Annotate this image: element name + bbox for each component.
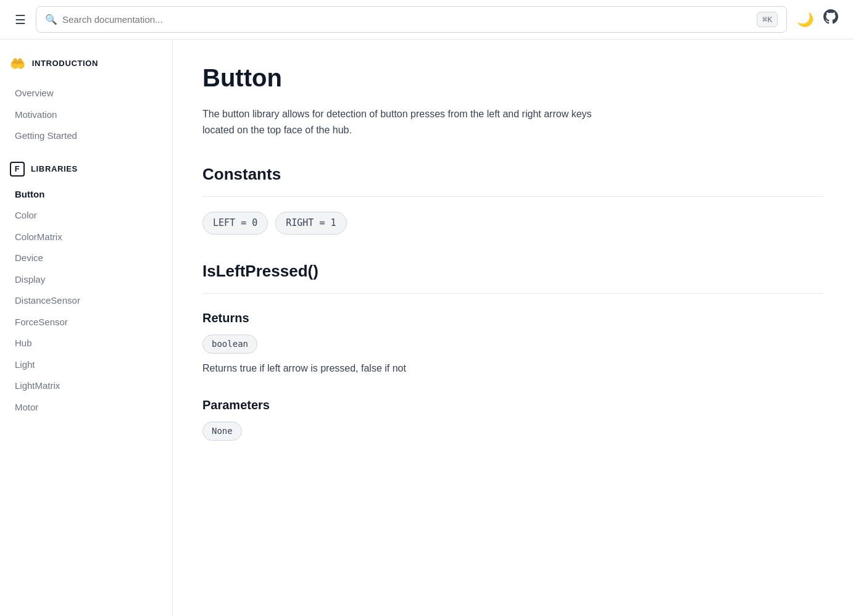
constants-title: Constants bbox=[202, 162, 823, 186]
parameters-title: Parameters bbox=[202, 396, 823, 414]
github-icon[interactable] bbox=[823, 9, 838, 30]
sidebar-item-getting-started[interactable]: Getting Started bbox=[10, 125, 162, 147]
header: ☰ 🔍 ⌘K 🌙 bbox=[0, 0, 853, 40]
sidebar-item-device[interactable]: Device bbox=[10, 248, 162, 269]
sidebar-section-introduction: 🤲 INTRODUCTION Overview Motivation Getti… bbox=[10, 54, 162, 147]
layout: 🤲 INTRODUCTION Overview Motivation Getti… bbox=[0, 40, 853, 616]
header-icons: 🌙 bbox=[797, 9, 838, 30]
sidebar-item-light[interactable]: Light bbox=[10, 354, 162, 376]
search-input[interactable] bbox=[62, 14, 752, 25]
method-is-left-pressed-title: IsLeftPressed() bbox=[202, 259, 823, 283]
sidebar-item-distancesensor[interactable]: DistanceSensor bbox=[10, 290, 162, 312]
introduction-header: 🤲 INTRODUCTION bbox=[10, 54, 162, 73]
sidebar-item-forcesensor[interactable]: ForceSensor bbox=[10, 312, 162, 333]
sidebar-section-libraries: f LIBRARIES Button Color ColorMatrix Dev… bbox=[10, 162, 162, 418]
sidebar-item-color[interactable]: Color bbox=[10, 205, 162, 227]
return-type-badge: boolean bbox=[202, 335, 257, 354]
constant-right: RIGHT = 1 bbox=[275, 212, 346, 235]
theme-toggle-icon[interactable]: 🌙 bbox=[797, 9, 813, 30]
libraries-label: LIBRARIES bbox=[31, 163, 78, 175]
constants-row: LEFT = 0 RIGHT = 1 bbox=[202, 212, 823, 235]
libraries-icon: f bbox=[10, 162, 25, 177]
sidebar-item-lightmatrix[interactable]: LightMatrix bbox=[10, 375, 162, 397]
page-description: The button library allows for detection … bbox=[202, 106, 622, 138]
constants-section: Constants LEFT = 0 RIGHT = 1 bbox=[202, 162, 823, 235]
introduction-icon: 🤲 bbox=[10, 54, 26, 73]
sidebar-item-display[interactable]: Display bbox=[10, 269, 162, 291]
sidebar: 🤲 INTRODUCTION Overview Motivation Getti… bbox=[0, 40, 173, 616]
sidebar-item-motivation[interactable]: Motivation bbox=[10, 104, 162, 126]
constant-left: LEFT = 0 bbox=[202, 212, 268, 235]
sidebar-item-button[interactable]: Button bbox=[10, 184, 162, 206]
is-left-pressed-section: IsLeftPressed() Returns boolean Returns … bbox=[202, 259, 823, 448]
page-title: Button bbox=[202, 59, 823, 96]
sidebar-item-motor[interactable]: Motor bbox=[10, 397, 162, 418]
returns-title: Returns bbox=[202, 309, 823, 327]
hamburger-icon[interactable]: ☰ bbox=[15, 10, 26, 29]
introduction-label: INTRODUCTION bbox=[32, 57, 98, 70]
kbd-shortcut: ⌘K bbox=[757, 12, 778, 28]
constants-divider bbox=[202, 196, 823, 197]
libraries-header: f LIBRARIES bbox=[10, 162, 162, 177]
return-description: Returns true if left arrow is pressed, f… bbox=[202, 361, 823, 376]
parameter-none-badge: None bbox=[202, 422, 242, 441]
is-left-pressed-divider bbox=[202, 293, 823, 294]
sidebar-item-colormatrix[interactable]: ColorMatrix bbox=[10, 227, 162, 248]
main-content: Button The button library allows for det… bbox=[173, 40, 853, 616]
sidebar-item-overview[interactable]: Overview bbox=[10, 83, 162, 104]
search-icon: 🔍 bbox=[45, 12, 57, 27]
search-bar[interactable]: 🔍 ⌘K bbox=[36, 6, 787, 33]
sidebar-item-hub[interactable]: Hub bbox=[10, 333, 162, 354]
